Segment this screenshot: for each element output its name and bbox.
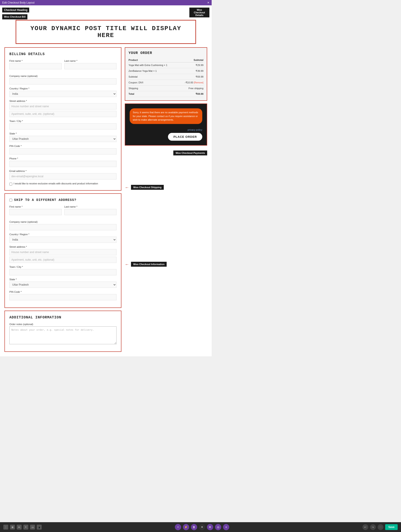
woo-shipping-label-container: ← Woo Checkout Shipping xyxy=(125,185,207,190)
shipping-apt-input[interactable] xyxy=(9,257,117,263)
billing-last-name-label: Last name * xyxy=(64,60,117,62)
billing-company-input[interactable] xyxy=(9,78,117,84)
billing-first-name-group: First name * xyxy=(9,60,62,69)
shipping-country-group: Country / Region * India xyxy=(9,233,117,243)
shipping-first-name-label: First name * xyxy=(9,205,62,208)
shipping-street-label: Street address * xyxy=(9,246,117,248)
shipping-title: Ship to a different address? xyxy=(9,198,117,202)
billing-first-name-input[interactable] xyxy=(9,63,62,69)
billing-name-row: First name * Last name * xyxy=(9,60,117,72)
order-notes-group: Order notes (optional) xyxy=(9,323,117,344)
billing-company-group: Company name (optional) xyxy=(9,75,117,84)
top-bar: Edit Checkout Body Layout ✕ xyxy=(0,0,212,5)
woo-checkout-shipping-label[interactable]: Woo Checkout Shipping xyxy=(131,185,164,190)
billing-email-label: Email address * xyxy=(9,170,117,172)
checkout-heading-label[interactable]: Checkout Heading xyxy=(2,8,29,13)
topbar-close[interactable]: ✕ xyxy=(207,1,210,4)
shipping-street-input[interactable] xyxy=(9,249,117,255)
shipping-first-name-input[interactable] xyxy=(9,209,62,215)
order-item-1-price: ₹29.99 xyxy=(179,63,204,68)
billing-phone-group: Phone * xyxy=(9,157,117,167)
shipping-company-input[interactable] xyxy=(9,224,117,230)
order-coupon-value: -₹10.00 [Remove] xyxy=(179,80,204,86)
information-arrow-icon: ← xyxy=(125,262,129,267)
order-notes-label: Order notes (optional) xyxy=(9,323,117,326)
order-item-1-name: Yoga Mat with Extra Cushioning × 1 xyxy=(129,63,179,68)
woo-checkout-payments-label[interactable]: Woo Checkout Payments xyxy=(173,151,207,155)
billing-state-group: State * Uttar Pradesh xyxy=(9,132,117,142)
billing-pin-input[interactable] xyxy=(9,148,117,154)
shipping-last-name-group: Last name * xyxy=(64,205,117,215)
payment-error-message: Sorry, it seems that there are no availa… xyxy=(130,108,202,124)
order-total-row: Total ₹69.98 xyxy=(129,91,204,97)
order-table: Product Subtotal Yoga Mat with Extra Cus… xyxy=(129,58,204,97)
billing-street-label: Street address * xyxy=(9,100,117,102)
billing-first-name-label: First name * xyxy=(9,60,62,62)
shipping-section: Ship to a different address? First name … xyxy=(5,193,121,308)
ship-different-checkbox[interactable] xyxy=(9,199,12,202)
product-header: Product xyxy=(129,58,179,63)
shipping-company-label: Company name (optional) xyxy=(9,221,117,223)
shipping-last-name-label: Last name * xyxy=(64,205,117,208)
billing-phone-label: Phone * xyxy=(9,157,117,160)
order-notes-textarea[interactable] xyxy=(9,326,117,344)
order-summary: Your Order Product Subtotal Yoga Mat wit… xyxy=(125,47,207,101)
shipping-pin-input[interactable] xyxy=(9,294,117,300)
billing-apt-input[interactable] xyxy=(9,111,117,117)
billing-newsletter-checkbox[interactable] xyxy=(9,183,12,185)
order-subtotal-value: ₹69.98 xyxy=(179,74,204,80)
order-item-2-name: ZenBalance Yoga Mat × 1 xyxy=(129,68,179,74)
order-subtotal-label: Subtotal xyxy=(129,74,179,80)
billing-country-label: Country / Region * xyxy=(9,87,117,90)
shipping-country-label: Country / Region * xyxy=(9,233,117,236)
shipping-company-group: Company name (optional) xyxy=(9,221,117,230)
shipping-town-group: Town / City * xyxy=(9,266,117,275)
shipping-pin-group: PIN Code * xyxy=(9,291,117,300)
woo-checkout-information-label[interactable]: Woo Checkout Information xyxy=(131,262,167,267)
billing-company-label: Company name (optional) xyxy=(9,75,117,77)
shipping-town-label: Town / City * xyxy=(9,266,117,268)
billing-email-input[interactable] xyxy=(9,173,117,179)
billing-country-select[interactable]: India xyxy=(9,91,117,97)
payment-section: Sorry, it seems that there are no availa… xyxy=(125,103,207,146)
billing-pin-group: PIN Code * xyxy=(9,145,117,154)
privacy-link[interactable]: privacy policy xyxy=(130,128,202,131)
order-total-value: ₹69.98 xyxy=(179,91,204,97)
order-shipping-label: Shipping xyxy=(129,86,179,91)
woo-payments-label-container: Woo Checkout Payments xyxy=(125,151,207,155)
order-coupon-label: Coupon: DIVI xyxy=(129,80,179,86)
billing-pin-label: PIN Code * xyxy=(9,145,117,147)
billing-last-name-group: Last name * xyxy=(64,60,117,69)
billing-phone-input[interactable] xyxy=(9,161,117,167)
shipping-state-label: State * xyxy=(9,278,117,281)
billing-newsletter-label: I would like to receive exclusive emails… xyxy=(14,182,98,185)
shipping-arrow-icon: ← xyxy=(125,185,129,190)
shipping-country-select[interactable]: India xyxy=(9,237,117,243)
additional-section: Additional Information Order notes (opti… xyxy=(5,310,121,352)
billing-last-name-input[interactable] xyxy=(64,63,117,69)
subtotal-header: Subtotal xyxy=(179,58,204,63)
woo-checkout-bill-label[interactable]: Woo Checkout Bill xyxy=(2,14,27,19)
order-shipping-row: Shipping Free shipping xyxy=(129,86,204,91)
billing-email-group: Email address * xyxy=(9,170,117,179)
billing-town-input[interactable] xyxy=(9,123,117,130)
order-shipping-value: Free shipping xyxy=(179,86,204,91)
order-item-2: ZenBalance Yoga Mat × 1 ₹39.99 xyxy=(129,68,204,74)
woo-information-label-container: ← Woo Checkout Information xyxy=(125,262,207,267)
shipping-state-group: State * Uttar Pradesh xyxy=(9,278,117,288)
shipping-street-group: Street address * xyxy=(9,246,117,263)
shipping-town-input[interactable] xyxy=(9,269,117,275)
left-column: Billing Details First name * Last name *… xyxy=(5,47,121,352)
order-title: Your Order xyxy=(129,51,204,55)
shipping-state-select[interactable]: Uttar Pradesh xyxy=(9,282,117,288)
billing-state-select[interactable]: Uttar Pradesh xyxy=(9,136,117,142)
coupon-remove-link[interactable]: [Remove] xyxy=(194,81,204,84)
right-column: Your Order Product Subtotal Yoga Mat wit… xyxy=(125,47,207,352)
place-order-button[interactable]: PLACE ORDER xyxy=(168,133,202,141)
shipping-last-name-input[interactable] xyxy=(64,209,117,215)
billing-street-input[interactable] xyxy=(9,103,117,109)
billing-town-label: Town / City * xyxy=(9,120,117,122)
additional-title: Additional Information xyxy=(9,316,117,319)
woo-checkout-details-label[interactable]: Woo Checkout Details xyxy=(189,8,210,17)
billing-state-label: State * xyxy=(9,132,117,135)
